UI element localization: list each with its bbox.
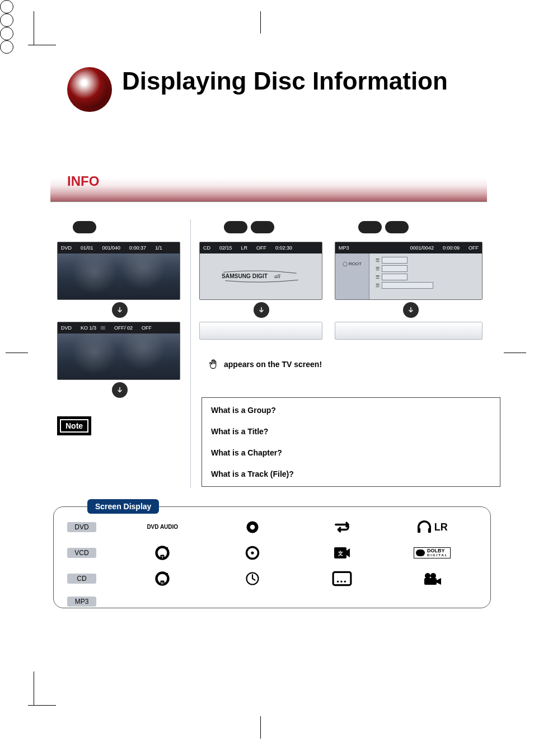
disc-pill-row	[224, 221, 274, 233]
list-item: ☰	[376, 274, 433, 280]
dolby-mini-icon: ▯▯	[101, 326, 105, 330]
svg-point-22	[251, 551, 254, 554]
crop-mark-circle	[0, 13, 13, 27]
section-gradient	[50, 162, 487, 201]
crop-mark	[6, 353, 28, 353]
headphone-lr-icon: LR	[416, 520, 448, 534]
hand-caption: appears on the TV screen!	[208, 358, 322, 370]
audio-lang-icon: 文	[332, 545, 352, 561]
down-arrow-icon	[403, 302, 419, 318]
disc-pill-row	[358, 221, 409, 233]
speaker-art	[39, 39, 134, 134]
osd-field: 0:02:30	[275, 245, 292, 251]
svg-point-16	[250, 525, 255, 530]
disc-label: VCD	[67, 548, 96, 558]
disc-label: DVD	[67, 522, 96, 532]
dolby-sub: DIGITAL	[427, 553, 448, 557]
dvd-osd-panel-2: DVD KO 1/3 ▯▯ OFF/ 02 OFF	[57, 322, 180, 380]
svg-rect-34	[424, 578, 437, 585]
dvd-audio-icon: DVD AUDIO	[147, 524, 178, 530]
svg-text:文: 文	[338, 551, 343, 556]
svg-point-33	[430, 573, 436, 579]
osd-field: 0001/0042	[410, 245, 434, 251]
svg-point-32	[425, 573, 430, 579]
disc-label: MP3	[67, 597, 96, 607]
folder-icon: ◯	[343, 261, 348, 266]
osd-field: 01/01	[81, 245, 93, 251]
osd-thumbnail	[58, 253, 180, 299]
osd-field: OFF	[469, 245, 479, 251]
svg-rect-18	[428, 528, 431, 533]
crop-corner	[34, 11, 34, 45]
dolby-digital-icon: DOLBY DIGITAL	[414, 547, 451, 558]
osd-body-cd: SAMSUNG DIGIT all	[200, 253, 322, 299]
osd-field: OFF	[256, 245, 266, 251]
osd-thumbnail	[58, 334, 180, 379]
mp3-osd-panel: MP3 0001/0042 0:00:09 OFF ◯ ROOT ☰ ☰ ☰ ☰	[335, 242, 483, 300]
note-tag: Note	[59, 418, 90, 434]
subtitle-box-icon	[332, 571, 352, 586]
screen-display-legend: Screen Display DVD DVD AUDIO LR VCD T 文 …	[53, 506, 491, 608]
legend-table: DVD DVD AUDIO LR VCD T 文 DOLBY DIGITAL	[54, 507, 490, 612]
crop-mark	[504, 353, 526, 353]
crop-mark-circle	[0, 27, 13, 40]
crop-mark-circle	[0, 40, 13, 54]
crop-mark	[260, 716, 261, 739]
faq-box: What is a Group? What is a Title? What i…	[202, 397, 500, 487]
page-title: Displaying Disc Information	[122, 67, 448, 95]
mp3-file-rows: ☰ ☰ ☰ ☰	[376, 257, 433, 289]
osd-field: 001/040	[102, 245, 121, 251]
svg-text:T: T	[161, 555, 163, 559]
cd-osd-panel: CD 02/15 LR OFF 0:02:30 SAMSUNG DIGIT al…	[199, 242, 322, 300]
osd-field: CD	[203, 245, 210, 251]
angle-camera-icon	[422, 571, 442, 586]
crop-corner	[34, 672, 34, 705]
dvd-pill-icon	[73, 221, 96, 233]
disc-label: CD	[67, 574, 96, 584]
hand-stop-icon	[208, 358, 221, 370]
dolby-brand: DOLBY	[427, 548, 448, 553]
track-disc-icon	[242, 545, 263, 561]
osd-field: ROOT	[349, 261, 362, 266]
mp3-file-list: ◯ ROOT ☰ ☰ ☰ ☰	[335, 253, 482, 299]
disc-pill-row	[73, 221, 96, 233]
vcd-pill-icon	[224, 221, 247, 233]
repeat-icon	[332, 519, 352, 535]
osd-field: OFF	[142, 325, 152, 331]
osd-field: DVD	[61, 325, 72, 331]
svg-point-31	[344, 581, 346, 583]
lr-text: LR	[434, 522, 448, 533]
faq-item: What is a Chapter?	[211, 448, 491, 457]
group-g-icon: G	[152, 571, 172, 586]
crop-corner	[28, 705, 56, 706]
list-item: ☰	[376, 257, 433, 264]
title-t-icon: T	[152, 545, 172, 561]
dvd-osd-strip-1: DVD 01/01 001/040 0:00:37 1/1	[58, 242, 180, 253]
dvd-osd-panel-1: DVD 01/01 001/040 0:00:37 1/1	[57, 242, 180, 300]
osd-field: OFF/ 02	[114, 325, 133, 331]
list-item: ☰	[376, 265, 433, 272]
down-arrow-icon	[112, 302, 128, 318]
faq-item: What is a Title?	[211, 427, 491, 436]
svg-point-30	[340, 581, 342, 583]
osd-field: 0:00:09	[443, 245, 460, 251]
crop-mark	[260, 11, 261, 34]
svg-point-29	[337, 581, 339, 583]
svg-text:SAMSUNG DIGIT: SAMSUNG DIGIT	[222, 273, 268, 279]
mp3-pill-icon	[358, 221, 382, 233]
dvd-osd-strip-2: DVD KO 1/3 ▯▯ OFF/ 02 OFF	[58, 322, 180, 334]
osd-field: 1/1	[155, 245, 162, 251]
down-arrow-icon	[112, 382, 128, 398]
cd-pill-icon	[251, 221, 274, 233]
down-arrow-icon	[254, 302, 269, 318]
faq-item: What is a Group?	[211, 406, 491, 415]
chapter-disc-icon	[242, 519, 263, 535]
legend-title: Screen Display	[87, 499, 159, 514]
osd-field: 02/15	[219, 245, 232, 251]
crop-mark-circle	[0, 0, 13, 13]
svg-rect-28	[333, 572, 351, 585]
column-divider	[190, 219, 191, 488]
clock-time-icon	[242, 571, 263, 586]
svg-text:all: all	[274, 273, 280, 279]
mp3-osd-strip: MP3 0001/0042 0:00:09 OFF	[335, 242, 482, 253]
